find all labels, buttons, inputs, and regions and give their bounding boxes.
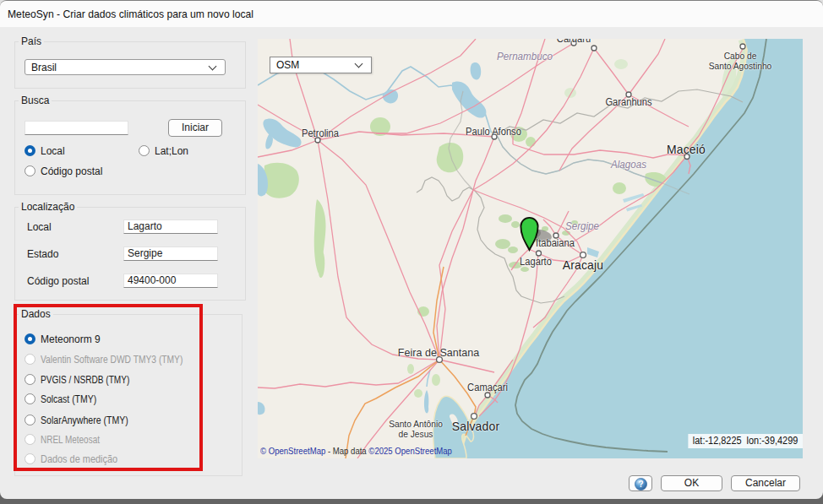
svg-text:?: ?	[638, 480, 643, 489]
